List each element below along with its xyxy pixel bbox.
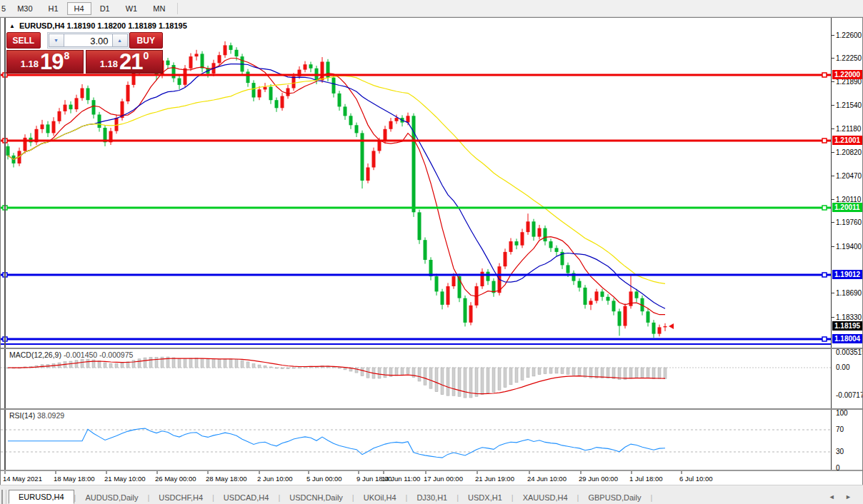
chart-title: ▲ EURUSD,H4 1.18190 1.18200 1.18189 1.18… (9, 21, 187, 30)
timeframe-H1[interactable]: H1 (41, 2, 66, 15)
price-tick-1.20470: 1.20470 (836, 172, 862, 180)
buy-price-big: 21 (119, 52, 142, 71)
triangle-icon: ▲ (9, 23, 15, 29)
chart-canvas[interactable] (1, 18, 832, 484)
volume-decrease-button[interactable]: ▼ (49, 34, 64, 47)
chart-title-text: EURUSD,H4 1.18190 1.18200 1.18189 1.1819… (19, 21, 187, 30)
timeframe-toolbar: 5M30H1H4D1W1MN (0, 0, 863, 17)
timeframe-MN[interactable]: MN (146, 2, 172, 15)
time-label: 29 Jun 00:00 (579, 475, 618, 483)
macd-axis-0.003515: 0.003515 (836, 348, 863, 356)
buy-price-display[interactable]: 1.18 21 0 (86, 50, 163, 74)
buy-price-prefix: 1.18 (100, 59, 118, 69)
macd-axis--0.007178: -0.007178 (836, 391, 863, 399)
symbol-tab-USDCHF-H4[interactable]: USDCHF,H4 (149, 491, 212, 504)
level-badge-1.22000: 1.22000 (832, 70, 863, 79)
buy-price-pip: 0 (144, 50, 149, 61)
sell-price-display[interactable]: 1.18 19 8 (6, 50, 84, 74)
macd-label: MACD(12,26,9) -0.001450 -0.000975 (9, 351, 133, 359)
price-tick-1.19760: 1.19760 (836, 218, 862, 226)
symbol-tab-DJ30-H1[interactable]: DJ30,H1 (407, 491, 457, 504)
price-tick-1.18690: 1.18690 (836, 289, 862, 297)
level-badge-1.18004: 1.18004 (832, 334, 863, 343)
symbol-tab-USDCAD-H4[interactable]: USDCAD,H4 (214, 491, 279, 504)
volume-input[interactable]: 3.00 (64, 34, 112, 47)
time-label: 14 May 2021 (3, 475, 42, 483)
symbol-tab-UKOil-H4[interactable]: UKOil,H4 (354, 491, 406, 504)
buy-button[interactable]: BUY (129, 32, 164, 49)
price-tick-1.20820: 1.20820 (836, 148, 862, 156)
window-left-border (4, 18, 6, 470)
timeframe-5[interactable]: 5 (1, 2, 9, 15)
level-badge-1.21001: 1.21001 (832, 136, 863, 145)
symbol-tab-USDX-H1[interactable]: USDX,H1 (459, 491, 512, 504)
timeframe-W1[interactable]: W1 (119, 2, 145, 15)
macd-value-1: -0.001450 (64, 351, 97, 359)
symbol-tab-EURUSD-H4[interactable]: EURUSD,H4 (9, 490, 74, 504)
symbol-tab-GBPUSD-Daily[interactable]: GBPUSD,Daily (579, 491, 650, 504)
volume-increase-button[interactable]: ▲ (112, 34, 128, 47)
chevron-down-icon: ▼ (54, 38, 59, 43)
tabbar-grip (1, 490, 6, 504)
price-tick-1.22600: 1.22600 (836, 31, 862, 39)
chart-window[interactable]: ▲ EURUSD,H4 1.18190 1.18200 1.18189 1.18… (0, 17, 863, 485)
sell-price-pip: 8 (64, 50, 70, 61)
price-tick-1.22250: 1.22250 (836, 54, 862, 62)
level-badge-1.19012: 1.19012 (832, 270, 863, 279)
volume-stepper: ▼ 3.00 ▲ (47, 32, 129, 49)
sell-price-prefix: 1.18 (21, 59, 39, 69)
level-badge-1.20011: 1.20011 (832, 203, 863, 212)
macd-value-2: -0.000975 (99, 351, 133, 359)
rsi-axis-0: 0 (836, 464, 840, 472)
symbol-tab-bar: EURUSD,H4|AUDUSD,Daily|USDCHF,H4|USDCAD,… (0, 485, 863, 504)
price-tick-1.21180: 1.21180 (836, 125, 861, 133)
rsi-axis-100: 100 (836, 409, 848, 417)
sell-price-big: 19 (40, 52, 63, 71)
rsi-value: 38.0929 (37, 411, 64, 420)
symbol-tab-USDCNH-Daily[interactable]: USDCNH,Daily (280, 491, 352, 504)
current-price-badge: 1.18195 (832, 321, 863, 331)
sell-button[interactable]: SELL (6, 32, 41, 49)
pane-separator-rsi[interactable] (1, 408, 862, 410)
rsi-axis-30: 30 (836, 448, 844, 455)
timeframe-H4[interactable]: H4 (67, 2, 91, 15)
timeframe-M30[interactable]: M30 (10, 2, 39, 15)
toolbar-divider (177, 3, 178, 14)
symbol-tab-AUDUSD-Daily[interactable]: AUDUSD,Daily (76, 491, 147, 504)
pane-separator-macd[interactable] (1, 348, 862, 349)
time-label: 2 Jun 10:00 (257, 475, 293, 483)
timeframe-D1[interactable]: D1 (93, 2, 117, 15)
tab-scroll-arrows[interactable]: ◄ ► (829, 493, 856, 500)
price-tick-1.19400: 1.19400 (836, 243, 862, 251)
time-label: 1 Jul 18:00 (629, 475, 662, 483)
price-axis-separator (831, 18, 832, 470)
price-tick-1.21540: 1.21540 (836, 101, 862, 109)
time-label: 26 May 00:00 (155, 475, 196, 483)
tab-separator: | (650, 493, 652, 502)
time-label: 6 Jul 10:00 (679, 475, 712, 483)
mt4-screen: 5M30H1H4D1W1MN ▲ EURUSD,H4 1.18190 1.182… (0, 0, 863, 504)
macd-axis-0.00: 0.00 (836, 363, 849, 371)
chevron-up-icon: ▲ (117, 38, 122, 43)
time-label: 21 Jun 19:00 (475, 475, 514, 483)
rsi-label: RSI(14) 38.0929 (9, 411, 64, 420)
time-label: 5 Jun 00:00 (306, 475, 342, 483)
one-click-trading-panel: SELL ▼ 3.00 ▲ BUY 1.18 19 8 1.18 21 0 (6, 32, 163, 74)
symbol-tab-XAUUSD-H4[interactable]: XAUUSD,H4 (514, 491, 577, 504)
time-label: 17 Jun 00:00 (424, 475, 463, 483)
price-tick-1.18330: 1.18330 (836, 313, 862, 321)
time-label: 28 May 18:00 (206, 475, 247, 483)
time-label: 21 May 10:00 (104, 475, 146, 483)
pane-separator-timeaxis (1, 470, 862, 471)
time-label: 24 Jun 10:00 (527, 475, 567, 483)
time-label: 18 May 18:00 (54, 475, 95, 483)
rsi-axis-70: 70 (836, 425, 844, 433)
time-label: 14 Jun 11:00 (381, 475, 420, 483)
